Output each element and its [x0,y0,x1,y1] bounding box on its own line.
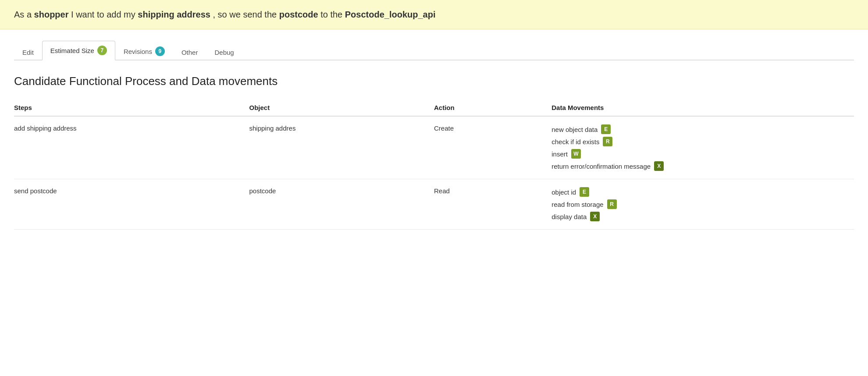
data-movement-text: display data [551,213,587,220]
data-movement-item: read from storageR [551,199,847,209]
data-movement-badge-r: R [603,137,612,146]
tab-other[interactable]: Other [173,44,206,60]
col-header-action: Action [434,100,551,116]
data-movements-table: Steps Object Action Data Movements add s… [14,100,854,230]
tab-revisions[interactable]: Revisions 9 [115,42,173,60]
section-title: Candidate Functional Process and Data mo… [14,74,854,88]
col-header-steps: Steps [14,100,249,116]
tab-revisions-label: Revisions [124,48,152,55]
data-movement-item: display dataX [551,212,847,221]
cell-object: shipping addres [249,116,434,179]
data-movement-text: object id [551,188,576,196]
cell-action: Read [434,179,551,230]
banner-word-api: Posctode_lookup_api [345,10,436,19]
data-movement-badge-x: X [654,161,664,171]
data-movement-badge-e: E [580,187,589,197]
cell-action: Create [434,116,551,179]
tab-other-label: Other [181,49,198,56]
data-movement-text: new object data [551,126,598,133]
col-header-object: Object [249,100,434,116]
tab-estimated-size-label: Estimated Size [50,47,94,54]
col-header-data-movements: Data Movements [551,100,854,116]
table-row: send postcodepostcodeReadobject idEread … [14,179,854,230]
data-movement-item: insertW [551,149,847,159]
data-movement-text: insert [551,150,568,158]
cell-data-movements: new object dataEcheck if id existsRinser… [551,116,854,179]
tab-debug-label: Debug [214,49,234,56]
cell-steps: send postcode [14,179,249,230]
main-content: Edit Estimated Size 7 Revisions 9 Other … [0,29,868,240]
banner-word-shipping: shipping address [138,10,210,19]
data-movement-badge-x: X [590,212,600,221]
banner-text: As a shopper I want to add my shipping a… [14,10,435,19]
tab-estimated-size[interactable]: Estimated Size 7 [42,41,115,60]
tab-edit-label: Edit [22,49,34,56]
cell-data-movements: object idEread from storageRdisplay data… [551,179,854,230]
tab-estimated-size-badge: 7 [97,46,107,55]
story-banner: As a shopper I want to add my shipping a… [0,0,868,29]
data-movement-item: new object dataE [551,124,847,134]
data-movement-text: read from storage [551,201,603,208]
tab-revisions-badge: 9 [155,46,165,56]
data-movement-badge-e: E [601,124,611,134]
banner-word-shopper: shopper [34,10,69,19]
cell-steps: add shipping address [14,116,249,179]
tab-edit[interactable]: Edit [14,44,42,60]
tab-debug[interactable]: Debug [206,44,242,60]
data-movement-item: check if id existsR [551,137,847,146]
cell-object: postcode [249,179,434,230]
data-movement-item: return error/confirmation messageX [551,161,847,171]
table-row: add shipping addressshipping addresCreat… [14,116,854,179]
banner-word-postcode: postcode [279,10,318,19]
tab-bar: Edit Estimated Size 7 Revisions 9 Other … [14,40,854,60]
data-movement-badge-w: W [571,149,581,159]
data-movement-text: return error/confirmation message [551,163,651,170]
data-movement-text: check if id exists [551,138,599,145]
data-movement-item: object idE [551,187,847,197]
data-movement-badge-r: R [607,199,617,209]
